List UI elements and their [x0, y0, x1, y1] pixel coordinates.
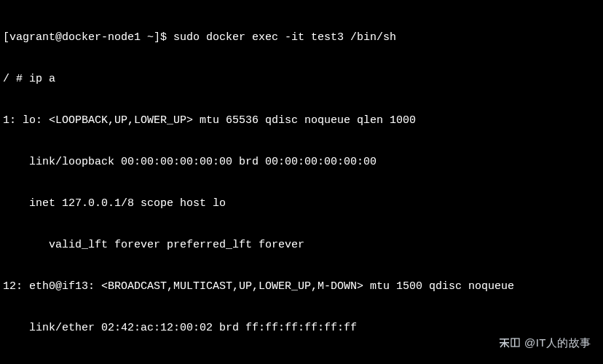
- terminal-line: / # ip a: [3, 72, 603, 86]
- watermark: @IT人的故事: [500, 336, 591, 349]
- terminal-line: link/ether 02:42:ac:12:00:02 brd ff:ff:f…: [3, 321, 603, 335]
- terminal-line: 12: eth0@if13: <BROADCAST,MULTICAST,UP,L…: [3, 280, 603, 293]
- terminal-line: link/loopback 00:00:00:00:00:00 brd 00:0…: [3, 155, 603, 169]
- terminal-line: [vagrant@docker-node1 ~]$ sudo docker ex…: [3, 31, 603, 44]
- terminal-output[interactable]: [vagrant@docker-node1 ~]$ sudo docker ex…: [0, 0, 603, 364]
- watermark-text: @IT人的故事: [524, 336, 591, 349]
- terminal-line: 1: lo: <LOOPBACK,UP,LOWER_UP> mtu 65536 …: [3, 114, 603, 127]
- terminal-line: inet 127.0.0.1/8 scope host lo: [3, 197, 603, 210]
- zhihu-icon: [500, 338, 520, 348]
- svg-rect-4: [514, 339, 516, 347]
- terminal-line: valid_lft forever preferred_lft forever: [3, 238, 603, 252]
